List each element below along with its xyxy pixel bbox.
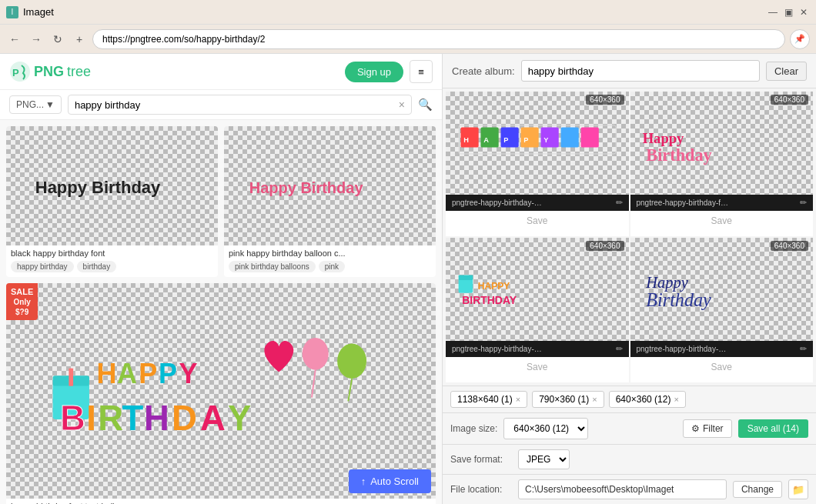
clear-button[interactable]: Clear <box>766 62 807 81</box>
image-info-bar: pngtree-happy-birthday-banner-pr ✏ <box>446 195 629 211</box>
auto-scroll-button[interactable]: ↑ Auto Scroll <box>349 469 431 493</box>
file-location-input[interactable] <box>518 479 727 499</box>
list-item[interactable]: Happy Birthday pink happy birthday ballo… <box>224 126 436 277</box>
close-button[interactable]: ✕ <box>798 6 810 18</box>
save-button[interactable]: Save <box>707 360 737 374</box>
image-size-badge: 640×360 <box>586 241 624 251</box>
image-size-badge: 640×360 <box>771 241 808 251</box>
svg-line-16 <box>349 379 353 402</box>
svg-text:Happy: Happy <box>643 130 684 146</box>
list-item[interactable]: Happy Birthday black happy birthday font… <box>6 126 218 277</box>
image-size-label: Image size: <box>450 423 497 434</box>
album-label: Create album: <box>452 65 515 77</box>
svg-text:P: P <box>523 136 528 144</box>
table-row[interactable]: 640×360 H A P P <box>446 92 629 236</box>
svg-text:H: H <box>97 358 117 389</box>
menu-button[interactable]: ≡ <box>410 60 433 83</box>
sale-badge: SALE Only $?9 <box>6 283 38 320</box>
clear-search-icon[interactable]: × <box>399 98 405 111</box>
tag[interactable]: birthday <box>77 261 117 272</box>
sliders-icon: ⚙ <box>691 423 700 434</box>
hb-image-2: Happy Birthday <box>235 170 426 201</box>
svg-text:Happy Birthday: Happy Birthday <box>35 178 161 197</box>
filter-tags-row: 1138×640 (1) × 790×360 (1) × 640×360 (12… <box>443 386 816 413</box>
svg-text:A: A <box>200 399 226 439</box>
album-input[interactable] <box>521 60 760 82</box>
save-all-button[interactable]: Save all (14) <box>738 419 808 438</box>
image-size-select[interactable]: 640×360 (12) 1138×640 (1) 790×360 (1) <box>503 418 588 439</box>
image-info-bar: pngtree-happy-birthday-font-text- ✏ <box>630 195 814 211</box>
browser-toolbar: ← → ↻ + 📌 <box>0 25 816 54</box>
hb-large-image: H A P P Y <box>32 295 410 485</box>
svg-text:BIRTHDAY: BIRTHDAY <box>462 293 517 305</box>
window-controls[interactable]: — ▣ ✕ <box>767 6 810 18</box>
new-tab-button[interactable]: + <box>71 31 88 48</box>
image-filename: pngtree-happy-birthday-colorful <box>452 345 544 353</box>
folder-icon: 📁 <box>792 484 804 496</box>
svg-text:HAPPY: HAPPY <box>478 281 510 292</box>
image-size-badge: 640×360 <box>771 95 808 105</box>
format-label: Save format: <box>450 454 512 465</box>
forward-button[interactable]: → <box>28 31 45 48</box>
filter-tag[interactable]: 790×360 (1) × <box>532 391 604 408</box>
svg-text:P: P <box>159 358 177 389</box>
minimize-button[interactable]: — <box>767 6 779 18</box>
change-location-button[interactable]: Change <box>733 481 782 498</box>
table-row[interactable]: 640×360 Happy Birthday pngtree-happy-bir… <box>630 92 814 236</box>
tag[interactable]: pink birthday balloons <box>229 261 316 272</box>
image-grid-area[interactable]: Happy Birthday black happy birthday font… <box>0 120 442 504</box>
save-button[interactable]: Save <box>522 360 552 374</box>
banner-image: H A P P Y <box>455 120 620 166</box>
svg-line-14 <box>312 370 316 398</box>
logo-png-text: PNG <box>34 64 64 80</box>
search-input[interactable] <box>75 99 394 111</box>
format-row: Save format: JPEG PNG WebP <box>443 445 816 475</box>
table-row[interactable]: 640×360 HAPPY BIRTHDAY pngtree-happy-bir… <box>446 238 629 382</box>
table-row[interactable]: 640×360 Happy Birthday pngtree-happy-bir… <box>630 238 814 382</box>
reload-button[interactable]: ↻ <box>49 31 66 48</box>
maximize-button[interactable]: ▣ <box>782 6 794 18</box>
filter-tag[interactable]: 640×360 (12) × <box>609 391 686 408</box>
filter-arrow-icon: ▼ <box>45 99 55 110</box>
format-select[interactable]: JPEG PNG WebP <box>518 449 570 469</box>
back-button[interactable]: ← <box>6 31 23 48</box>
filter-tag-label: 790×360 (1) <box>539 394 589 405</box>
edit-icon[interactable]: ✏ <box>616 344 623 354</box>
svg-text:T: T <box>122 399 144 439</box>
filter-tag-remove-icon[interactable]: × <box>674 395 678 404</box>
file-location-label: File location: <box>450 484 512 495</box>
app-icon: I <box>6 6 18 18</box>
browser-panel: P PNGtree Sign up ≡ PNG... ▼ × � <box>0 54 443 504</box>
address-bar[interactable] <box>92 29 785 49</box>
svg-point-15 <box>338 344 367 379</box>
search-filter-dropdown[interactable]: PNG... ▼ <box>9 95 62 114</box>
search-icon[interactable]: 🔍 <box>418 98 433 112</box>
edit-icon[interactable]: ✏ <box>800 344 807 354</box>
hb-image-1: Happy Birthday <box>17 170 208 201</box>
extension-button[interactable]: 📌 <box>790 29 810 49</box>
pngtree-logo: P PNGtree <box>9 61 91 82</box>
image-size-controls: Image size: 640×360 (12) 1138×640 (1) 79… <box>450 418 588 439</box>
logo-tree-text: tree <box>67 64 91 80</box>
image-tags: happy birthday birthday <box>6 261 218 277</box>
right-panel: Create album: Clear 640×360 <box>443 54 816 504</box>
tag[interactable]: pink <box>319 261 345 272</box>
svg-text:Happy Birthday: Happy Birthday <box>249 179 364 196</box>
folder-button[interactable]: 📁 <box>788 479 808 499</box>
image-thumbnail: 640×360 H A P P <box>446 92 629 195</box>
font-pink-image: Happy Birthday <box>639 120 804 166</box>
filter-tag[interactable]: 1138×640 (1) × <box>450 391 527 408</box>
album-bar: Create album: Clear <box>443 54 816 88</box>
edit-icon[interactable]: ✏ <box>800 198 807 208</box>
image-info-bar: pngtree-happy-birthday-cursive ✏ <box>630 341 814 357</box>
filter-tag-remove-icon[interactable]: × <box>516 395 520 404</box>
signup-button[interactable]: Sign up <box>345 62 403 82</box>
save-button[interactable]: Save <box>707 214 737 228</box>
tag[interactable]: happy birthday <box>11 261 74 272</box>
main-layout: P PNGtree Sign up ≡ PNG... ▼ × � <box>0 54 816 504</box>
save-button[interactable]: Save <box>522 214 552 228</box>
filter-tag-remove-icon[interactable]: × <box>592 395 597 404</box>
filter-button[interactable]: ⚙ Filter <box>683 419 732 438</box>
image-thumbnail: 640×360 Happy Birthday <box>630 238 814 341</box>
edit-icon[interactable]: ✏ <box>616 198 623 208</box>
